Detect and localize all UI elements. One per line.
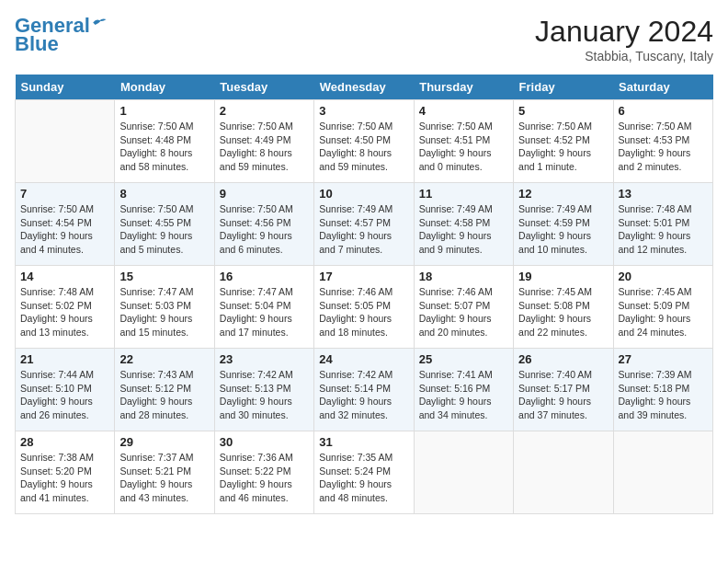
day-detail: Sunrise: 7:50 AMSunset: 4:52 PMDaylight:… <box>518 120 608 174</box>
col-header-friday: Friday <box>514 75 613 100</box>
day-detail: Sunrise: 7:49 AMSunset: 4:58 PMDaylight:… <box>419 202 508 257</box>
day-number: 28 <box>20 435 109 449</box>
day-detail: Sunrise: 7:50 AMSunset: 4:55 PMDaylight:… <box>119 202 209 257</box>
day-detail: Sunrise: 7:40 AMSunset: 5:17 PMDaylight:… <box>518 368 608 422</box>
day-detail: Sunrise: 7:50 AMSunset: 4:49 PMDaylight:… <box>220 120 309 174</box>
title-area: January 2024 Stabbia, Tuscany, Italy <box>535 15 713 63</box>
col-header-wednesday: Wednesday <box>314 75 414 100</box>
location-subtitle: Stabbia, Tuscany, Italy <box>535 49 713 63</box>
day-detail: Sunrise: 7:50 AMSunset: 4:54 PMDaylight:… <box>20 202 109 257</box>
logo: General Blue <box>15 15 108 55</box>
day-cell: 3Sunrise: 7:50 AMSunset: 4:50 PMDaylight… <box>314 100 414 183</box>
day-number: 27 <box>619 352 708 366</box>
day-number: 14 <box>20 270 109 283</box>
day-detail: Sunrise: 7:42 AMSunset: 5:14 PMDaylight:… <box>319 368 408 422</box>
day-number: 31 <box>319 435 408 449</box>
logo-icon <box>92 17 108 28</box>
day-number: 15 <box>119 270 209 283</box>
day-cell: 11Sunrise: 7:49 AMSunset: 4:58 PMDayligh… <box>414 183 513 266</box>
day-cell: 8Sunrise: 7:50 AMSunset: 4:55 PMDaylight… <box>115 183 214 266</box>
day-number: 13 <box>619 187 708 201</box>
day-detail: Sunrise: 7:50 AMSunset: 4:53 PMDaylight:… <box>619 120 708 174</box>
col-header-saturday: Saturday <box>613 75 712 100</box>
day-number: 24 <box>319 352 408 366</box>
day-number: 2 <box>220 104 309 118</box>
day-detail: Sunrise: 7:47 AMSunset: 5:04 PMDaylight:… <box>220 285 309 339</box>
day-detail: Sunrise: 7:50 AMSunset: 4:48 PMDaylight:… <box>119 120 209 174</box>
day-cell: 19Sunrise: 7:45 AMSunset: 5:08 PMDayligh… <box>514 266 613 349</box>
day-detail: Sunrise: 7:46 AMSunset: 5:05 PMDaylight:… <box>319 285 408 339</box>
day-number: 7 <box>20 187 109 201</box>
day-number: 11 <box>419 187 508 201</box>
day-cell: 23Sunrise: 7:42 AMSunset: 5:13 PMDayligh… <box>214 349 313 431</box>
day-detail: Sunrise: 7:50 AMSunset: 4:50 PMDaylight:… <box>319 120 408 174</box>
day-number: 21 <box>20 352 109 366</box>
day-cell: 25Sunrise: 7:41 AMSunset: 5:16 PMDayligh… <box>414 349 513 431</box>
day-cell <box>514 431 613 514</box>
col-header-monday: Monday <box>115 75 214 100</box>
page-header: General Blue January 2024 Stabbia, Tusca… <box>15 15 713 63</box>
day-cell: 13Sunrise: 7:48 AMSunset: 5:01 PMDayligh… <box>613 183 712 266</box>
day-detail: Sunrise: 7:45 AMSunset: 5:09 PMDaylight:… <box>619 285 708 339</box>
day-number: 25 <box>419 352 508 366</box>
day-number: 5 <box>518 104 608 118</box>
day-detail: Sunrise: 7:39 AMSunset: 5:18 PMDaylight:… <box>619 368 708 422</box>
day-detail: Sunrise: 7:49 AMSunset: 4:57 PMDaylight:… <box>319 202 408 257</box>
day-cell: 28Sunrise: 7:38 AMSunset: 5:20 PMDayligh… <box>16 431 115 514</box>
day-cell: 18Sunrise: 7:46 AMSunset: 5:07 PMDayligh… <box>414 266 513 349</box>
day-detail: Sunrise: 7:50 AMSunset: 4:56 PMDaylight:… <box>220 202 309 257</box>
day-number: 26 <box>518 352 608 366</box>
day-number: 20 <box>619 270 708 283</box>
day-detail: Sunrise: 7:37 AMSunset: 5:21 PMDaylight:… <box>119 451 209 505</box>
day-detail: Sunrise: 7:50 AMSunset: 4:51 PMDaylight:… <box>419 120 508 174</box>
day-number: 6 <box>619 104 708 118</box>
day-cell: 27Sunrise: 7:39 AMSunset: 5:18 PMDayligh… <box>613 349 712 431</box>
day-detail: Sunrise: 7:38 AMSunset: 5:20 PMDaylight:… <box>20 451 109 505</box>
day-cell: 15Sunrise: 7:47 AMSunset: 5:03 PMDayligh… <box>115 266 214 349</box>
day-cell: 9Sunrise: 7:50 AMSunset: 4:56 PMDaylight… <box>214 183 313 266</box>
day-number: 1 <box>119 104 209 118</box>
day-number: 17 <box>319 270 408 283</box>
day-cell: 26Sunrise: 7:40 AMSunset: 5:17 PMDayligh… <box>514 349 613 431</box>
day-detail: Sunrise: 7:49 AMSunset: 4:59 PMDaylight:… <box>518 202 608 257</box>
day-cell: 22Sunrise: 7:43 AMSunset: 5:12 PMDayligh… <box>115 349 214 431</box>
day-number: 4 <box>419 104 508 118</box>
col-header-thursday: Thursday <box>414 75 513 100</box>
day-cell: 6Sunrise: 7:50 AMSunset: 4:53 PMDaylight… <box>613 100 712 183</box>
day-cell: 5Sunrise: 7:50 AMSunset: 4:52 PMDaylight… <box>514 100 613 183</box>
day-detail: Sunrise: 7:47 AMSunset: 5:03 PMDaylight:… <box>119 285 209 339</box>
day-cell: 10Sunrise: 7:49 AMSunset: 4:57 PMDayligh… <box>314 183 414 266</box>
day-detail: Sunrise: 7:35 AMSunset: 5:24 PMDaylight:… <box>319 451 408 505</box>
day-number: 29 <box>119 435 209 449</box>
month-title: January 2024 <box>535 15 713 49</box>
day-detail: Sunrise: 7:42 AMSunset: 5:13 PMDaylight:… <box>220 368 309 422</box>
header-row: SundayMondayTuesdayWednesdayThursdayFrid… <box>16 75 713 100</box>
week-row: 7Sunrise: 7:50 AMSunset: 4:54 PMDaylight… <box>16 183 713 266</box>
day-cell: 2Sunrise: 7:50 AMSunset: 4:49 PMDaylight… <box>214 100 313 183</box>
week-row: 1Sunrise: 7:50 AMSunset: 4:48 PMDaylight… <box>16 100 713 183</box>
day-detail: Sunrise: 7:48 AMSunset: 5:01 PMDaylight:… <box>619 202 708 257</box>
day-cell: 1Sunrise: 7:50 AMSunset: 4:48 PMDaylight… <box>115 100 214 183</box>
week-row: 28Sunrise: 7:38 AMSunset: 5:20 PMDayligh… <box>16 431 713 514</box>
day-detail: Sunrise: 7:45 AMSunset: 5:08 PMDaylight:… <box>518 285 608 339</box>
day-number: 30 <box>220 435 309 449</box>
day-cell: 14Sunrise: 7:48 AMSunset: 5:02 PMDayligh… <box>16 266 115 349</box>
day-cell <box>613 431 712 514</box>
week-row: 14Sunrise: 7:48 AMSunset: 5:02 PMDayligh… <box>16 266 713 349</box>
day-number: 10 <box>319 187 408 201</box>
logo-blue-text: Blue <box>15 33 59 55</box>
day-cell: 16Sunrise: 7:47 AMSunset: 5:04 PMDayligh… <box>214 266 313 349</box>
day-detail: Sunrise: 7:44 AMSunset: 5:10 PMDaylight:… <box>20 368 109 422</box>
day-number: 8 <box>119 187 209 201</box>
day-cell: 29Sunrise: 7:37 AMSunset: 5:21 PMDayligh… <box>115 431 214 514</box>
day-cell <box>16 100 115 183</box>
day-cell: 31Sunrise: 7:35 AMSunset: 5:24 PMDayligh… <box>314 431 414 514</box>
day-cell: 17Sunrise: 7:46 AMSunset: 5:05 PMDayligh… <box>314 266 414 349</box>
day-number: 12 <box>518 187 608 201</box>
day-number: 9 <box>220 187 309 201</box>
day-number: 19 <box>518 270 608 283</box>
day-detail: Sunrise: 7:48 AMSunset: 5:02 PMDaylight:… <box>20 285 109 339</box>
day-cell: 30Sunrise: 7:36 AMSunset: 5:22 PMDayligh… <box>214 431 313 514</box>
col-header-sunday: Sunday <box>16 75 115 100</box>
day-detail: Sunrise: 7:36 AMSunset: 5:22 PMDaylight:… <box>220 451 309 505</box>
